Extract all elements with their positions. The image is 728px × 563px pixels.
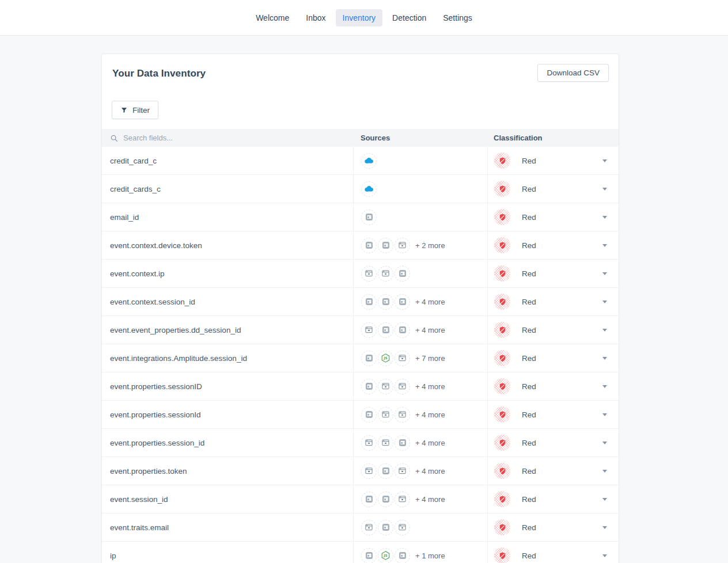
web-app-outline-icon (378, 407, 393, 423)
classification-shield-icon (494, 406, 510, 423)
web-app-outline-icon (361, 322, 377, 338)
classification-shield-icon (494, 322, 510, 338)
classification-dropdown[interactable]: Red (487, 203, 619, 231)
search-icon (110, 134, 118, 142)
web-app-filled-icon (378, 322, 393, 338)
field-name: credit_cards_c (110, 185, 161, 193)
field-name: event.context.session_id (110, 298, 195, 306)
web-app-filled-icon (378, 463, 393, 479)
chevron-down-icon (602, 300, 607, 303)
table-row: event.context.ip Red (102, 260, 619, 288)
salesforce-icon (361, 153, 377, 169)
classification-value: Red (522, 185, 536, 193)
classification-dropdown[interactable]: Red (487, 231, 619, 259)
field-name: email_id (110, 213, 139, 222)
nav-tab-inventory[interactable]: Inventory (336, 9, 383, 26)
nav-tab-detection[interactable]: Detection (385, 9, 433, 26)
source-icons (361, 463, 410, 479)
more-sources-label: + 4 more (415, 495, 445, 504)
web-app-filled-icon (361, 351, 377, 366)
web-app-outline-icon (395, 379, 410, 394)
web-app-outline-icon (361, 435, 377, 451)
classification-shield-icon (494, 519, 510, 535)
classification-shield-icon (494, 547, 510, 563)
table-row: event.integrations.Amplitude.session_id … (102, 344, 619, 372)
filter-button[interactable]: Filter (112, 101, 158, 119)
classification-value: Red (522, 213, 536, 222)
classification-dropdown[interactable]: Red (487, 485, 619, 513)
web-app-filled-icon (378, 492, 393, 507)
classification-dropdown[interactable]: Red (487, 344, 619, 372)
nav-tab-inbox[interactable]: Inbox (299, 9, 332, 26)
chevron-down-icon (602, 272, 607, 275)
source-icons (361, 407, 410, 423)
field-name: event.properties.sessionID (110, 382, 202, 391)
classification-value: Red (522, 354, 536, 363)
classification-shield-icon (494, 491, 510, 507)
classification-value: Red (522, 467, 536, 475)
classification-shield-icon (494, 237, 510, 253)
classification-dropdown[interactable]: Red (487, 429, 619, 457)
web-app-outline-icon (395, 492, 410, 507)
table-row: event.context.device.token + 2 more Red (102, 231, 619, 260)
column-header-classification: Classification (487, 129, 619, 147)
more-sources-label: + 4 more (415, 382, 445, 391)
web-app-filled-icon (395, 548, 410, 563)
classification-value: Red (522, 495, 536, 504)
classification-shield-icon (494, 294, 510, 310)
table-header: Sources Classification (102, 129, 619, 147)
classification-value: Red (522, 439, 536, 447)
table-row: event.properties.sessionID + 4 more Red (102, 372, 619, 401)
web-app-outline-icon (361, 463, 377, 479)
table-row: email_id Red (102, 203, 619, 231)
nav-tab-settings[interactable]: Settings (436, 9, 479, 26)
chevron-down-icon (602, 188, 607, 191)
field-name: event.properties.sessionId (110, 410, 201, 419)
field-name: event.properties.session_id (110, 439, 204, 447)
web-app-filled-icon (395, 266, 410, 282)
classification-dropdown[interactable]: Red (487, 175, 619, 203)
web-app-filled-icon (361, 548, 377, 563)
search-input[interactable] (122, 133, 353, 143)
web-app-outline-icon (378, 379, 393, 394)
more-sources-label: + 4 more (415, 298, 445, 306)
classification-value: Red (522, 551, 536, 560)
classification-dropdown[interactable]: Red (487, 513, 619, 541)
classification-shield-icon (494, 378, 510, 394)
classification-dropdown[interactable]: Red (487, 457, 619, 485)
source-icons: JS (361, 548, 410, 563)
classification-shield-icon (494, 181, 510, 197)
source-icons (361, 153, 377, 169)
nav-tab-welcome[interactable]: Welcome (249, 9, 296, 26)
chevron-down-icon (602, 244, 607, 247)
web-app-outline-icon (395, 351, 410, 366)
field-name: event.context.device.token (110, 241, 202, 250)
classification-dropdown[interactable]: Red (487, 260, 619, 287)
classification-dropdown[interactable]: Red (487, 372, 619, 400)
chevron-down-icon (602, 329, 607, 332)
classification-value: Red (522, 269, 536, 278)
web-app-filled-icon (361, 294, 377, 310)
classification-dropdown[interactable]: Red (487, 316, 619, 344)
chevron-down-icon (602, 357, 607, 360)
classification-dropdown[interactable]: Red (487, 401, 619, 428)
web-app-filled-icon (378, 520, 393, 535)
classification-dropdown[interactable]: Red (487, 147, 619, 174)
web-app-outline-icon (378, 266, 393, 282)
field-name: event.session_id (110, 495, 168, 504)
classification-dropdown[interactable]: Red (487, 288, 619, 315)
download-csv-button[interactable]: Download CSV (537, 64, 609, 82)
classification-value: Red (522, 410, 536, 419)
classification-dropdown[interactable]: Red (487, 542, 619, 563)
table-row: credit_card_c Red (102, 147, 619, 175)
classification-value: Red (522, 241, 536, 250)
more-sources-label: + 4 more (415, 326, 445, 334)
table-row: event.properties.sessionId + 4 more Red (102, 401, 619, 429)
filter-funnel-icon (120, 106, 128, 114)
table-row: event.traits.email Red (102, 513, 619, 542)
field-name: event.traits.email (110, 523, 169, 532)
classification-shield-icon (494, 153, 510, 169)
chevron-down-icon (602, 216, 607, 219)
top-nav: WelcomeInboxInventoryDetectionSettings (0, 0, 728, 36)
web-app-filled-icon (361, 238, 377, 253)
